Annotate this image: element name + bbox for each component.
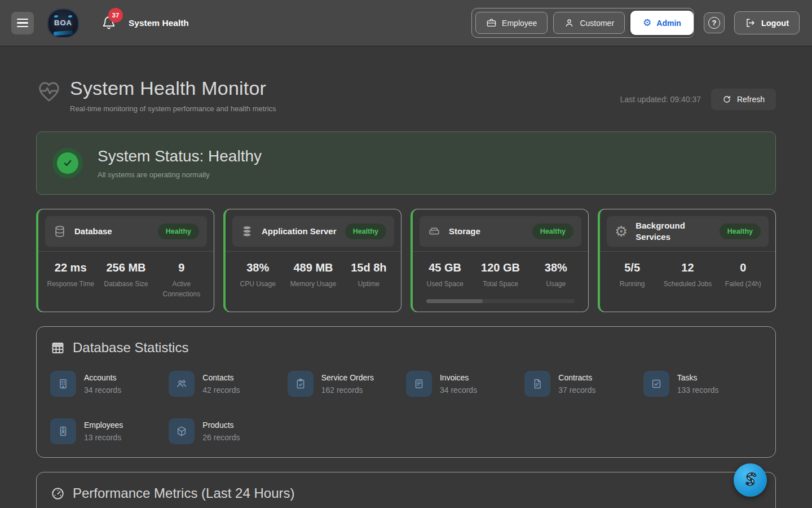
status-check-ring — [52, 148, 83, 178]
navbar-right: Employee Customer ⚙ Admin ? — [471, 8, 800, 38]
stat-item-count: 37 records — [558, 386, 595, 395]
stat-item-name: Invoices — [440, 373, 477, 382]
stat: 9 Active Connections — [154, 261, 209, 299]
logout-button-label: Logout — [761, 19, 789, 28]
stat: 38% Usage — [528, 261, 584, 289]
database-status-badge: Healthy — [158, 224, 199, 239]
stat: 45 GB Used Space — [417, 261, 473, 289]
page-subtitle: Real-time monitoring of system performan… — [70, 104, 276, 113]
stat-item-name: Products — [202, 421, 240, 430]
building-icon — [50, 371, 76, 397]
stat-value: 489 MB — [285, 261, 341, 274]
database-card-title: Database — [74, 226, 150, 237]
stat-value: 12 — [660, 261, 715, 274]
heart-pulse-icon — [36, 78, 62, 104]
stat-value: 22 ms — [43, 261, 98, 274]
stat-label: Used Space — [417, 279, 473, 289]
notification-count-badge: 37 — [108, 8, 123, 23]
performance-metrics-header: Performance Metrics (Last 24 Hours) — [50, 485, 762, 501]
stat-item-count: 133 records — [677, 386, 719, 395]
page-header-titles: System Health Monitor Real-time monitori… — [70, 77, 276, 113]
stat-label: CPU Usage — [230, 279, 285, 289]
stat-item-texts: Accounts 34 records — [84, 373, 121, 395]
stat-item-texts: Products 26 records — [202, 421, 240, 442]
refresh-button-label: Refresh — [737, 95, 765, 104]
application-server-card-header: Application Server Healthy — [232, 216, 394, 247]
notifications-bell[interactable]: 37 — [102, 15, 116, 32]
stat: 256 MB Database Size — [98, 261, 153, 299]
logout-icon — [745, 17, 756, 28]
stat-item-texts: Tasks 133 records — [677, 373, 719, 395]
help-button[interactable]: ? — [704, 12, 725, 33]
stat: 22 ms Response Time — [43, 261, 98, 299]
background-services-card-header: ⚙ Background Services Healthy — [607, 216, 769, 247]
stat-item-service-orders: Service Orders 162 records — [288, 371, 406, 397]
refresh-button[interactable]: Refresh — [711, 89, 776, 110]
id-badge-icon — [50, 418, 76, 444]
admin-button[interactable]: ⚙ Admin — [630, 11, 694, 35]
stat-value: 15d 8h — [341, 261, 396, 274]
performance-metrics-panel: Performance Metrics (Last 24 Hours) — [36, 472, 776, 508]
stat: 5/5 Running — [604, 261, 660, 289]
stat-item-name: Contacts — [202, 373, 240, 382]
stat-item-texts: Contacts 42 records — [202, 373, 240, 395]
stat-value: 0 — [716, 261, 771, 274]
status-texts: System Status: Healthy All systems are o… — [98, 147, 262, 179]
employee-button-label: Employee — [502, 19, 537, 28]
stat-item-count: 34 records — [84, 386, 121, 395]
page-title: System Health Monitor — [70, 77, 276, 99]
application-server-card-stats: 38% CPU Usage 489 MB Memory Usage 15d 8h… — [226, 252, 401, 289]
stat-item-tasks: Tasks 133 records — [643, 371, 762, 397]
navbar-left: BOA 37 System Health — [11, 8, 189, 38]
stat-item-count: 42 records — [202, 386, 240, 395]
table-grid-icon — [50, 340, 65, 356]
stat-item-products: Products 26 records — [169, 418, 287, 444]
stat: 15d 8h Uptime — [341, 261, 396, 289]
gear-icon: ⚙ — [615, 224, 628, 239]
server-icon — [240, 225, 254, 238]
status-title: System Status: Healthy — [98, 147, 262, 165]
stat-label: Total Space — [473, 279, 528, 289]
performance-metrics-title: Performance Metrics (Last 24 Hours) — [73, 485, 294, 501]
customer-button-label: Customer — [580, 19, 614, 28]
storage-card-stats: 45 GB Used Space 120 GB Total Space 38% … — [413, 252, 588, 289]
stat-label: Usage — [528, 279, 584, 289]
background-services-status-badge: Healthy — [720, 224, 761, 239]
logout-button[interactable]: Logout — [734, 11, 800, 34]
boa-floating-action-button[interactable] — [734, 463, 767, 497]
stat-item-texts: Invoices 34 records — [440, 373, 477, 395]
stat-item-contacts: Contacts 42 records — [169, 371, 287, 397]
stat-item-texts: Service Orders 162 records — [321, 373, 374, 395]
page-header-left: System Health Monitor Real-time monitori… — [36, 77, 276, 113]
person-icon — [564, 17, 575, 28]
customer-button[interactable]: Customer — [553, 12, 625, 34]
storage-status-badge: Healthy — [532, 224, 573, 239]
stat-item-name: Tasks — [677, 373, 719, 382]
stat-item-invoices: Invoices 34 records — [406, 371, 524, 397]
stat-item-count: 162 records — [321, 386, 374, 395]
employee-button[interactable]: Employee — [475, 12, 548, 34]
logo-tail-icon — [54, 30, 73, 35]
storage-card-title: Storage — [449, 226, 524, 237]
stat-item-accounts: Accounts 34 records — [50, 371, 169, 397]
stat-value: 256 MB — [98, 261, 153, 274]
stat-label: Uptime — [341, 279, 396, 289]
status-subtitle: All systems are operating normally — [98, 170, 262, 179]
stat-label: Database Size — [98, 279, 153, 289]
database-statistics-title: Database Statistics — [73, 340, 188, 356]
storage-card: Storage Healthy 45 GB Used Space 120 GB … — [411, 209, 589, 312]
document-icon — [524, 371, 550, 397]
stat-value: 120 GB — [473, 261, 528, 274]
database-statistics-grid: Accounts 34 records Contacts 42 records — [50, 371, 762, 444]
page-header: System Health Monitor Real-time monitori… — [36, 77, 776, 113]
stat-label: Active Connections — [154, 279, 209, 299]
application-server-card-title: Application Server — [262, 226, 337, 237]
background-services-card-title: Background Services — [636, 220, 712, 243]
stat-label: Scheduled Jobs — [660, 279, 715, 289]
menu-button[interactable] — [11, 12, 34, 34]
storage-usage-progress-fill — [426, 299, 483, 303]
database-icon — [53, 225, 67, 238]
storage-usage-progressbar — [426, 299, 575, 303]
logo-text: BOA — [54, 19, 72, 27]
stat: 489 MB Memory Usage — [285, 261, 341, 289]
